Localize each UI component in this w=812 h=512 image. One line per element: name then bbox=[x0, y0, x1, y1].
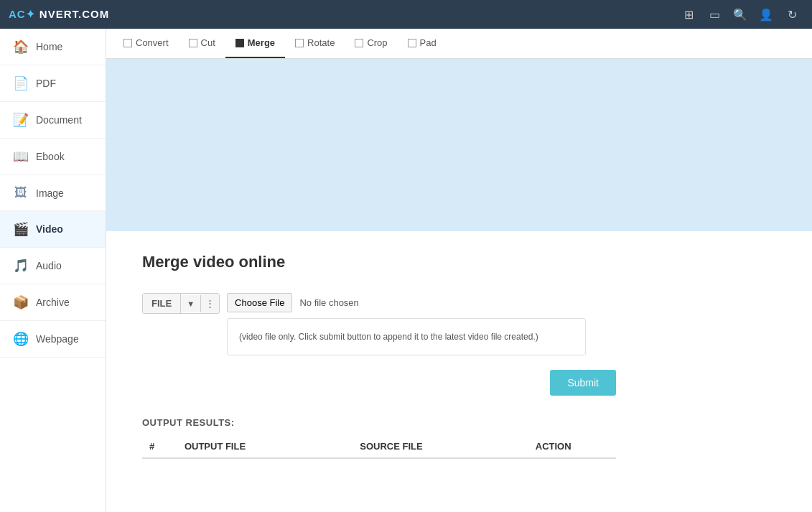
image-icon: 🖼 bbox=[13, 185, 29, 200]
tab-pad[interactable]: Pad bbox=[398, 29, 447, 58]
sidebar-item-archive[interactable]: 📦 Archive bbox=[0, 284, 106, 321]
submit-button[interactable]: Submit bbox=[550, 370, 616, 396]
ebook-icon: 📖 bbox=[13, 149, 29, 164]
tab-rotate-checkbox bbox=[295, 39, 304, 47]
file-type-dropdown-arrow[interactable]: ▼ bbox=[181, 295, 201, 312]
tab-bar: Convert Cut Merge Rotate Crop Pad bbox=[106, 29, 812, 59]
tab-crop[interactable]: Crop bbox=[345, 29, 397, 58]
file-hint-text: (video file only. Click submit button to… bbox=[227, 318, 586, 355]
main-layout: 🏠 Home 📄 PDF 📝 Document 📖 Ebook 🖼 Image … bbox=[0, 29, 812, 512]
output-results-title: OUTPUT RESULTS: bbox=[142, 417, 616, 428]
tab-crop-label: Crop bbox=[367, 37, 387, 48]
search-icon-button[interactable]: 🔍 bbox=[729, 3, 752, 26]
file-type-selector: FILE ▼ ⋮ bbox=[142, 293, 220, 314]
sidebar-item-video[interactable]: 🎬 Video bbox=[0, 211, 106, 248]
col-header-action: ACTION bbox=[528, 435, 616, 458]
results-table-header: # OUTPUT FILE SOURCE FILE ACTION bbox=[142, 435, 616, 458]
page-title: Merge video online bbox=[142, 253, 776, 271]
tab-convert-checkbox bbox=[123, 39, 132, 47]
submit-row: Submit bbox=[142, 370, 616, 396]
logo-ac: AC✦ bbox=[9, 8, 36, 20]
tab-crop-checkbox bbox=[355, 39, 363, 47]
logo-rest: NVERT.COM bbox=[39, 8, 109, 20]
col-header-output: OUTPUT FILE bbox=[177, 435, 353, 458]
sidebar-label-document: Document bbox=[36, 114, 82, 126]
sidebar-label-audio: Audio bbox=[36, 260, 62, 271]
webpage-icon: 🌐 bbox=[13, 331, 29, 347]
sidebar-item-ebook[interactable]: 📖 Ebook bbox=[0, 139, 106, 175]
sidebar-item-document[interactable]: 📝 Document bbox=[0, 102, 106, 139]
person-icon-button[interactable]: 👤 bbox=[755, 3, 778, 26]
file-upload-area: Choose File No file chosen (video file o… bbox=[227, 293, 776, 355]
col-header-num: # bbox=[142, 435, 177, 458]
output-results: OUTPUT RESULTS: # OUTPUT FILE SOURCE FIL… bbox=[142, 417, 616, 459]
col-header-source: SOURCE FILE bbox=[353, 435, 528, 458]
tab-pad-checkbox bbox=[408, 39, 416, 47]
sidebar-label-archive: Archive bbox=[36, 297, 70, 308]
tab-cut-label: Cut bbox=[201, 37, 215, 48]
home-icon: 🏠 bbox=[13, 39, 29, 55]
tab-rotate-label: Rotate bbox=[307, 37, 335, 48]
sidebar-label-webpage: Webpage bbox=[36, 333, 79, 345]
header: AC✦ NVERT.COM ⊞ ▭ 🔍 👤 ↻ bbox=[0, 0, 812, 29]
content-area: Convert Cut Merge Rotate Crop Pad bbox=[106, 29, 812, 512]
tab-merge[interactable]: Merge bbox=[225, 29, 285, 58]
file-type-label: FILE bbox=[143, 294, 181, 313]
file-upload-top: Choose File No file chosen bbox=[227, 293, 776, 312]
tab-convert[interactable]: Convert bbox=[113, 29, 179, 58]
sidebar-label-video: Video bbox=[36, 223, 63, 235]
file-input-row: FILE ▼ ⋮ Choose File No file chosen (vid… bbox=[142, 293, 776, 355]
site-logo: AC✦ NVERT.COM bbox=[9, 8, 109, 21]
archive-icon: 📦 bbox=[13, 294, 29, 310]
grid-icon-button[interactable]: ⊞ bbox=[677, 3, 700, 26]
refresh-icon-button[interactable]: ↻ bbox=[780, 3, 803, 26]
sidebar-label-image: Image bbox=[36, 187, 64, 199]
pdf-icon: 📄 bbox=[13, 75, 29, 91]
sidebar-label-ebook: Ebook bbox=[36, 151, 65, 162]
results-table: # OUTPUT FILE SOURCE FILE ACTION bbox=[142, 435, 616, 459]
tab-cut[interactable]: Cut bbox=[179, 29, 225, 58]
header-icons: ⊞ ▭ 🔍 👤 ↻ bbox=[677, 3, 803, 26]
document-icon: 📝 bbox=[13, 112, 29, 128]
ad-banner bbox=[106, 59, 812, 231]
tab-convert-label: Convert bbox=[136, 37, 169, 48]
tab-rotate[interactable]: Rotate bbox=[285, 29, 345, 58]
sidebar-item-image[interactable]: 🖼 Image bbox=[0, 175, 106, 211]
video-icon: 🎬 bbox=[13, 221, 29, 237]
sidebar-label-pdf: PDF bbox=[36, 78, 56, 89]
tab-pad-label: Pad bbox=[420, 37, 437, 48]
tab-cut-checkbox bbox=[189, 39, 197, 47]
tab-merge-label: Merge bbox=[248, 37, 275, 48]
tab-merge-checkbox bbox=[235, 39, 244, 47]
sidebar-item-audio[interactable]: 🎵 Audio bbox=[0, 248, 106, 284]
tablet-icon-button[interactable]: ▭ bbox=[703, 3, 726, 26]
audio-icon: 🎵 bbox=[13, 258, 29, 274]
sidebar-item-pdf[interactable]: 📄 PDF bbox=[0, 65, 106, 102]
sidebar-item-webpage[interactable]: 🌐 Webpage bbox=[0, 321, 106, 358]
file-type-options-dots[interactable]: ⋮ bbox=[201, 294, 219, 313]
no-file-text: No file chosen bbox=[299, 297, 358, 308]
page-content: Merge video online FILE ▼ ⋮ Choose File … bbox=[106, 231, 812, 512]
sidebar: 🏠 Home 📄 PDF 📝 Document 📖 Ebook 🖼 Image … bbox=[0, 29, 106, 512]
choose-file-button[interactable]: Choose File bbox=[227, 293, 292, 312]
sidebar-label-home: Home bbox=[36, 41, 62, 52]
sidebar-item-home[interactable]: 🏠 Home bbox=[0, 29, 106, 65]
